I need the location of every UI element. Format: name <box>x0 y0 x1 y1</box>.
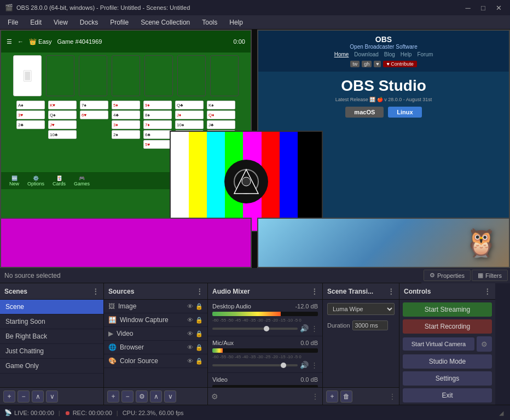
bottom-section: No source selected ⚙ Properties ▦ Filter… <box>0 268 510 405</box>
live-icon: 📡 <box>4 409 12 416</box>
menu-profile[interactable]: Profile <box>105 18 134 27</box>
scenes-panel: Scenes ⋮ Scene Starting Soon Be Right Ba… <box>0 283 104 405</box>
scene-item-just-chatting[interactable]: Just Chatting <box>0 344 103 359</box>
source-color-controls: 👁 🔒 <box>187 358 203 365</box>
audio-tracks-list: Desktop Audio -12.0 dB -60-55-50-45-40-3… <box>208 300 322 387</box>
menu-file[interactable]: File <box>2 18 24 27</box>
minimize-button[interactable]: ─ <box>461 2 475 13</box>
scene-transitions-panel: Scene Transi... ⋮ Luma Wipe Duration + 🗑… <box>323 283 399 405</box>
maximize-button[interactable]: □ <box>476 2 490 13</box>
source-color-lock-icon[interactable]: 🔒 <box>195 358 203 365</box>
rec-status: REC: 00:00:00 <box>73 410 112 416</box>
video-source-icon: ▶ <box>108 330 113 337</box>
scene-item-be-right-back[interactable]: Be Right Back <box>0 329 103 344</box>
virtual-camera-settings-button[interactable]: ⚙ <box>477 336 492 352</box>
mic-audio-menu-icon[interactable]: ⋮ <box>311 361 318 369</box>
desktop-audio-menu-icon[interactable]: ⋮ <box>311 324 318 332</box>
add-scene-button[interactable]: + <box>3 390 15 402</box>
audio-mixer-menu-icon[interactable]: ⋮ <box>311 287 318 295</box>
mic-audio-header: Mic/Aux 0.0 dB <box>212 340 318 346</box>
transitions-menu-icon[interactable]: ⋮ <box>389 393 396 400</box>
menu-edit[interactable]: Edit <box>25 18 47 27</box>
scene-item-game-only[interactable]: Game Only <box>0 359 103 374</box>
duration-input[interactable] <box>352 320 388 330</box>
source-window-eye-icon[interactable]: 👁 <box>187 317 193 324</box>
move-source-up-button[interactable]: ∧ <box>150 390 162 402</box>
start-recording-button[interactable]: Start Recording <box>403 319 492 334</box>
source-video-lock-icon[interactable]: 🔒 <box>195 330 203 337</box>
start-virtual-camera-button[interactable]: Start Virtual Camera <box>403 337 474 351</box>
remove-source-button[interactable]: − <box>121 390 134 402</box>
mic-audio-meter-labels: -60-55-50-45-40-35-30-25-20-15-10-50 <box>212 354 318 359</box>
audio-mixer-settings-icon[interactable]: ⚙ <box>211 392 218 401</box>
obs-site-nav: Home DownloadBlogHelpForum <box>265 50 502 59</box>
move-scene-up-button[interactable]: ∧ <box>32 390 44 402</box>
obs-site-header: OBS Open Broadcaster Software Home Downl… <box>258 31 509 72</box>
mic-audio-mute-icon[interactable]: 🔊 <box>300 361 309 369</box>
scenes-list: Scene Starting Soon Be Right Back Just C… <box>0 300 103 387</box>
exit-button[interactable]: Exit <box>403 388 492 402</box>
studio-mode-button[interactable]: Studio Mode <box>403 354 492 369</box>
close-button[interactable]: ✕ <box>491 2 506 13</box>
resize-handle[interactable]: ◢ <box>499 410 506 416</box>
desktop-audio-slider[interactable] <box>212 328 298 330</box>
desktop-audio-meter-fill <box>212 312 281 316</box>
transition-type-select[interactable]: Luma Wipe <box>327 303 395 315</box>
mic-audio-meter-fill <box>212 348 223 353</box>
sources-panel-menu-icon[interactable]: ⋮ <box>196 287 203 295</box>
title-bar-controls: ─ □ ✕ <box>461 2 506 13</box>
menu-help[interactable]: Help <box>224 18 248 27</box>
menu-bar: File Edit View Docks Profile Scene Colle… <box>0 15 510 30</box>
scene-item-starting-soon[interactable]: Starting Soon <box>0 314 103 329</box>
menu-tools[interactable]: Tools <box>196 18 223 27</box>
menu-docks[interactable]: Docks <box>74 18 103 27</box>
move-scene-down-button[interactable]: ∨ <box>46 390 58 402</box>
preview-bird-scene: 🦉 <box>257 218 510 268</box>
add-transition-button[interactable]: + <box>326 390 338 402</box>
controls-panel-menu-icon[interactable]: ⋮ <box>484 287 491 295</box>
source-settings-button[interactable]: ⚙ <box>136 390 148 402</box>
source-item-browser[interactable]: 🌐 Browser 👁 🔒 <box>104 341 207 354</box>
start-streaming-button[interactable]: Start Streaming <box>403 302 492 317</box>
move-source-down-button[interactable]: ∨ <box>164 390 176 402</box>
menu-view[interactable]: View <box>48 18 73 27</box>
mic-audio-thumb <box>281 363 286 368</box>
source-item-color[interactable]: 🎨 Color Source 👁 🔒 <box>104 354 207 368</box>
gear-icon: ⚙ <box>481 340 488 348</box>
source-image-eye-icon[interactable]: 👁 <box>187 303 193 310</box>
scene-item-scene[interactable]: Scene <box>0 300 103 314</box>
rec-icon: ⏺ <box>65 410 71 416</box>
source-window-lock-icon[interactable]: 🔒 <box>195 317 203 324</box>
remove-scene-button[interactable]: − <box>18 390 30 402</box>
add-source-button[interactable]: + <box>107 390 119 402</box>
audio-mixer-footer: ⚙ ⋮ <box>208 387 322 405</box>
source-image-lock-icon[interactable]: 🔒 <box>195 303 203 310</box>
source-browser-lock-icon[interactable]: 🔒 <box>195 344 203 351</box>
menu-scene-collection[interactable]: Scene Collection <box>135 18 195 27</box>
source-window-controls: 👁 🔒 <box>187 317 203 324</box>
audio-mixer-panel: Audio Mixer ⋮ Desktop Audio -12.0 dB -60… <box>208 283 323 405</box>
source-item-image[interactable]: 🖼 Image 👁 🔒 <box>104 300 207 313</box>
source-color-eye-icon[interactable]: 👁 <box>187 358 193 365</box>
desktop-audio-volume-row: 🔊 ⋮ <box>212 324 318 332</box>
window-capture-source-icon: 🪟 <box>108 316 117 324</box>
filters-tab[interactable]: ▦ Filters <box>472 270 508 281</box>
source-video-eye-icon[interactable]: 👁 <box>187 330 193 337</box>
status-bar: 📡 LIVE: 00:00:00 | ⏺ REC: 00:00:00 | CPU… <box>0 405 510 420</box>
svg-point-1 <box>242 177 251 186</box>
settings-button[interactable]: Settings <box>403 371 492 386</box>
audio-mixer-menu-btn[interactable]: ⋮ <box>311 392 319 401</box>
source-video-controls: 👁 🔒 <box>187 330 203 337</box>
source-item-video[interactable]: ▶ Video 👁 🔒 <box>104 327 207 341</box>
settings-mini-icon: ⚙ <box>430 272 435 279</box>
properties-tab[interactable]: ⚙ Properties <box>424 270 471 281</box>
remove-transition-button[interactable]: 🗑 <box>340 390 352 402</box>
scenes-panel-menu-icon[interactable]: ⋮ <box>92 287 99 295</box>
source-browser-eye-icon[interactable]: 👁 <box>187 344 193 351</box>
title-bar: 🎬 OBS 28.0.0 (64-bit, windows) - Profile… <box>0 0 510 15</box>
desktop-audio-mute-icon[interactable]: 🔊 <box>300 324 309 332</box>
mic-audio-slider[interactable] <box>212 364 298 366</box>
desktop-audio-thumb <box>264 326 269 331</box>
source-item-window-capture[interactable]: 🪟 Window Capture 👁 🔒 <box>104 313 207 327</box>
transitions-panel-menu-icon[interactable]: ⋮ <box>387 287 395 295</box>
